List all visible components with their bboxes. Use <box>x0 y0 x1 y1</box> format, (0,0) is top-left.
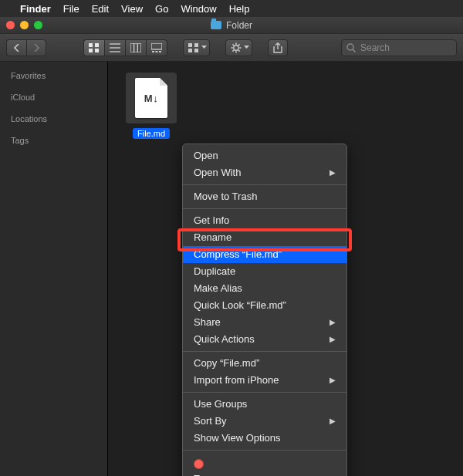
context-menu-item-label: Quick Actions <box>194 333 255 346</box>
svg-rect-11 <box>152 51 154 52</box>
sidebar-section-tags[interactable]: Tags <box>0 133 107 148</box>
svg-rect-1 <box>95 43 99 47</box>
finder-window: Folder <box>0 17 463 476</box>
nav-group <box>6 39 46 56</box>
context-menu-item[interactable]: Get Info <box>183 212 346 229</box>
svg-rect-2 <box>89 49 93 52</box>
context-menu-item[interactable]: Open <box>183 147 346 164</box>
context-menu-item[interactable]: Copy “File.md” <box>183 355 346 372</box>
action-button[interactable] <box>225 39 252 56</box>
view-gallery-button[interactable] <box>146 39 167 56</box>
svg-line-26 <box>232 50 234 52</box>
menu-file[interactable]: File <box>63 3 79 15</box>
context-menu-item-label: Import from iPhone <box>194 373 279 387</box>
svg-rect-3 <box>95 49 99 52</box>
context-menu-item-label: Use Groups <box>194 397 247 411</box>
submenu-arrow-icon: ▶ <box>330 373 336 387</box>
arrange-button[interactable] <box>183 39 210 56</box>
forward-button[interactable] <box>26 39 46 56</box>
svg-rect-13 <box>159 51 161 52</box>
folder-icon <box>211 21 221 29</box>
context-menu-item[interactable]: Quick Actions▶ <box>183 331 346 348</box>
context-menu-item-label: Move to Trash <box>194 190 257 204</box>
submenu-arrow-icon: ▶ <box>330 333 336 346</box>
context-menu-item-label: Get Info <box>194 214 229 228</box>
search-field[interactable]: Search <box>341 39 457 56</box>
svg-rect-7 <box>130 43 141 52</box>
submenu-arrow-icon: ▶ <box>330 316 336 329</box>
context-menu-item[interactable]: Show View Options <box>183 430 346 447</box>
sidebar-section-favorites[interactable]: Favorites <box>0 68 107 83</box>
context-menu-item-label: Open <box>194 149 218 163</box>
svg-rect-0 <box>89 43 93 47</box>
view-mode-group <box>83 39 167 56</box>
share-button[interactable] <box>268 39 288 56</box>
svg-line-28 <box>353 49 356 52</box>
context-menu-separator <box>183 184 346 185</box>
svg-rect-17 <box>194 49 198 52</box>
context-menu-item-label: Copy “File.md” <box>194 356 259 370</box>
context-menu-separator <box>183 208 346 209</box>
menu-view[interactable]: View <box>121 3 143 15</box>
context-menu-separator <box>183 351 346 352</box>
context-menu-item-label: Tags… <box>194 473 225 476</box>
search-icon <box>346 43 356 52</box>
context-menu-item-label: Duplicate <box>194 265 235 279</box>
menu-help[interactable]: Help <box>229 3 250 15</box>
context-menu-separator <box>183 392 346 393</box>
menu-go[interactable]: Go <box>155 3 168 15</box>
file-badge: M↓ <box>144 93 158 104</box>
context-menu-item[interactable]: Make Alias <box>183 280 346 297</box>
context-menu-item-label: Compress “File.md” <box>194 248 282 262</box>
tag-color-dot[interactable] <box>194 459 204 469</box>
view-icon-button[interactable] <box>83 39 104 56</box>
menu-window[interactable]: Window <box>181 3 216 15</box>
svg-point-27 <box>347 44 353 50</box>
context-menu-item[interactable]: Sort By▶ <box>183 413 346 430</box>
svg-line-23 <box>232 44 234 46</box>
context-menu-separator <box>183 450 346 451</box>
window-title-text: Folder <box>226 20 252 31</box>
context-menu-item-label: Make Alias <box>194 282 242 295</box>
context-menu-item[interactable]: Import from iPhone▶ <box>183 372 346 389</box>
markdown-file-icon: M↓ <box>135 78 167 118</box>
window-title: Folder <box>0 20 463 31</box>
context-menu-item[interactable]: Open With▶ <box>183 164 346 181</box>
context-menu-item[interactable]: Quick Look “File.md” <box>183 297 346 314</box>
context-menu-item[interactable]: Duplicate <box>183 263 346 280</box>
app-menu[interactable]: Finder <box>20 3 51 15</box>
context-menu-item[interactable]: Move to Trash <box>183 188 346 205</box>
sidebar-section-icloud[interactable]: iCloud <box>0 89 107 105</box>
svg-point-18 <box>234 45 238 49</box>
context-menu-tags[interactable]: Tags… <box>183 454 346 476</box>
file-name-label[interactable]: File.md <box>133 128 170 139</box>
search-placeholder: Search <box>360 42 390 53</box>
svg-rect-12 <box>156 51 158 52</box>
svg-rect-15 <box>194 43 198 47</box>
svg-line-24 <box>238 50 240 52</box>
view-list-button[interactable] <box>104 39 125 56</box>
file-item[interactable]: M↓ File.md <box>120 73 182 139</box>
context-menu-item[interactable]: Share▶ <box>183 314 346 331</box>
context-menu-item-label: Show View Options <box>194 431 281 445</box>
context-menu-item[interactable]: Rename <box>183 229 346 246</box>
context-menu-item-label: Rename <box>194 231 231 245</box>
context-menu-item-label: Open With <box>194 166 241 180</box>
submenu-arrow-icon: ▶ <box>330 166 336 180</box>
back-button[interactable] <box>6 39 26 56</box>
svg-rect-10 <box>151 43 162 49</box>
context-menu-item[interactable]: Use Groups <box>183 396 346 413</box>
arrange-group <box>183 39 210 56</box>
svg-line-25 <box>238 44 240 46</box>
titlebar: Folder <box>0 17 463 34</box>
menu-edit[interactable]: Edit <box>92 3 109 15</box>
context-menu-item-label: Quick Look “File.md” <box>194 299 286 312</box>
sidebar-section-locations[interactable]: Locations <box>0 111 107 127</box>
view-column-button[interactable] <box>125 39 146 56</box>
svg-rect-14 <box>188 43 192 47</box>
context-menu-item-label: Share <box>194 316 221 329</box>
submenu-arrow-icon: ▶ <box>330 414 336 428</box>
context-menu-item-label: Sort By <box>194 414 227 428</box>
context-menu-item[interactable]: Compress “File.md” <box>183 246 346 263</box>
sidebar: Favorites iCloud Locations Tags <box>0 62 108 476</box>
